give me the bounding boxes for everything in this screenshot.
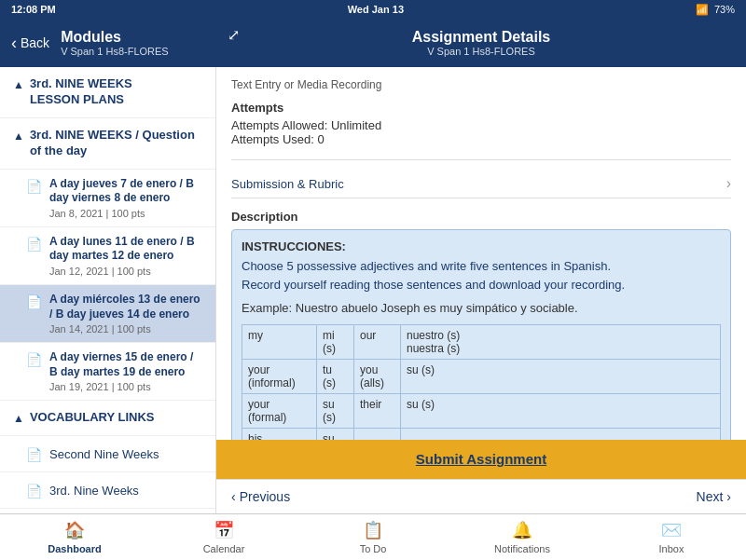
instructions-line1: Choose 5 possessive adjectives and write… xyxy=(242,257,721,294)
submit-bar[interactable]: Submit Assignment xyxy=(216,440,746,479)
item-meta3: Jan 14, 2021 | 100 pts xyxy=(49,323,202,335)
back-arrow-icon: ‹ xyxy=(11,34,17,53)
table-cell: su(s) xyxy=(317,429,354,441)
tab-bar: 🏠 Dashboard 📅 Calendar 📋 To Do 🔔 Notific… xyxy=(0,513,746,560)
table-cell: your(informal) xyxy=(242,360,317,394)
triangle-icon: ▲ xyxy=(13,78,24,91)
tab-notifications[interactable]: 🔔 Notifications xyxy=(448,514,597,560)
example-text: Example: Nuestro abuelo Joseph es muy si… xyxy=(242,301,721,315)
sidebar: ▲ 3rd. NINE WEEKSLESSON PLANS ▲ 3rd. NIN… xyxy=(0,67,216,513)
item-content2: A day lunes 11 de enero / B day martes 1… xyxy=(49,235,202,277)
description-box: INSTRUCCIONES: Choose 5 possessive adjec… xyxy=(231,229,731,440)
item-title3: A day miércoles 13 de enero / B day juev… xyxy=(49,293,202,321)
table-cell: nuestro (s)nuestra (s) xyxy=(401,325,721,360)
sidebar-header-text: Modules V Span 1 Hs8-FLORES xyxy=(61,29,169,57)
main-header-subtitle: V Span 1 Hs8-FLORES xyxy=(427,46,535,57)
sidebar-subtitle: V Span 1 Hs8-FLORES xyxy=(61,46,169,57)
attempts-used: Attempts Used: 0 xyxy=(231,132,731,146)
description-box-wrapper: INSTRUCCIONES: Choose 5 possessive adjec… xyxy=(231,229,731,440)
main-content: Text Entry or Media Recording Attempts A… xyxy=(216,67,746,513)
section-lesson-plans[interactable]: ▲ 3rd. NINE WEEKSLESSON PLANS xyxy=(0,67,215,118)
divider1 xyxy=(231,159,731,160)
doc-icon: 📄 xyxy=(26,179,42,194)
tab-calendar[interactable]: 📅 Calendar xyxy=(149,514,298,560)
tab-todo-label: To Do xyxy=(360,543,387,554)
vocab-label-1: Second Nine Weeks xyxy=(49,447,159,461)
submit-button[interactable]: Submit Assignment xyxy=(416,451,546,467)
table-row: your(informal) tu(s) you(alls) su (s) xyxy=(242,360,721,394)
doc-icon3: 📄 xyxy=(26,294,42,309)
tab-dashboard-label: Dashboard xyxy=(48,543,101,554)
item-meta2: Jan 12, 2021 | 100 pts xyxy=(49,266,202,277)
table-cell: su (s) xyxy=(401,360,721,394)
list-item[interactable]: 📄 A day viernes 15 de enero / B day mart… xyxy=(0,343,215,401)
dashboard-icon: 🏠 xyxy=(64,520,85,540)
table-cell: you(alls) xyxy=(354,360,401,394)
triangle-icon3: ▲ xyxy=(13,412,24,425)
status-icons: 📶 73% xyxy=(696,4,735,16)
table-row: my mi(s) our nuestro (s)nuestra (s) xyxy=(242,325,721,360)
table-row: your(formal) su(s) their su (s) xyxy=(242,394,721,429)
doc-icon5: 📄 xyxy=(26,447,42,462)
chevron-right-icon: › xyxy=(726,175,731,192)
section-vocab-title: VOCABULARY LINKS xyxy=(30,410,155,426)
vocab-label-2: 3rd. Nine Weeks xyxy=(49,484,139,498)
nav-footer: ‹ Previous Next › xyxy=(216,479,746,513)
section-vocab[interactable]: ▲ VOCABULARY LINKS xyxy=(0,401,215,436)
next-button[interactable]: Next › xyxy=(697,489,731,504)
table-row: his su(s) xyxy=(242,429,721,441)
next-arrow-icon: › xyxy=(726,489,731,504)
main-header-title: Assignment Details xyxy=(412,29,550,46)
table-cell: mi(s) xyxy=(317,325,354,360)
status-day: Wed Jan 13 xyxy=(348,4,404,15)
possessive-table: my mi(s) our nuestro (s)nuestra (s) your… xyxy=(242,324,721,440)
notifications-icon: 🔔 xyxy=(512,520,532,540)
table-cell xyxy=(354,429,401,441)
submission-rubric-row[interactable]: Submission & Rubric › xyxy=(231,170,731,198)
table-cell: our xyxy=(354,325,401,360)
table-cell: su (s) xyxy=(401,394,721,429)
inbox-icon: ✉️ xyxy=(661,520,682,540)
item-content4: A day viernes 15 de enero / B day martes… xyxy=(49,350,202,392)
doc-icon6: 📄 xyxy=(26,484,42,499)
main-header: ⤢ Assignment Details V Span 1 Hs8-FLORES xyxy=(216,19,746,67)
tab-todo[interactable]: 📋 To Do xyxy=(298,514,448,560)
back-button[interactable]: ‹ Back xyxy=(11,34,49,53)
tab-dashboard[interactable]: 🏠 Dashboard xyxy=(0,514,149,560)
vocab-item-second[interactable]: 📄 Second Nine Weeks xyxy=(0,436,215,472)
tab-calendar-label: Calendar xyxy=(203,543,245,554)
section-lesson-plans-title: 3rd. NINE WEEKSLESSON PLANS xyxy=(30,76,132,108)
table-cell: your(formal) xyxy=(242,394,317,429)
prev-label: Previous xyxy=(240,489,290,504)
tab-notifications-label: Notifications xyxy=(494,543,550,554)
prev-button[interactable]: ‹ Previous xyxy=(231,489,290,504)
vocab-item-third[interactable]: 📄 3rd. Nine Weeks xyxy=(0,472,215,509)
item-content3: A day miércoles 13 de enero / B day juev… xyxy=(49,293,202,335)
attempts-section: Attempts Attempts Allowed: Unlimited Att… xyxy=(231,101,731,146)
list-item[interactable]: 📄 A day lunes 11 de enero / B day martes… xyxy=(0,227,215,285)
list-item-active[interactable]: 📄 A day miércoles 13 de enero / B day ju… xyxy=(0,285,215,343)
list-item[interactable]: 📄 A day jueves 7 de enero / B day vierne… xyxy=(0,170,215,227)
item-content: A day jueves 7 de enero / B day viernes … xyxy=(49,177,202,219)
text-entry-label: Text Entry or Media Recording xyxy=(231,78,731,91)
todo-icon: 📋 xyxy=(363,520,383,540)
status-time: 12:08 PM xyxy=(11,4,56,15)
table-cell xyxy=(401,429,721,441)
table-cell: their xyxy=(354,394,401,429)
expand-icon[interactable]: ⤢ xyxy=(228,26,240,44)
instructions-body-1: Choose 5 possessive adjectives and write… xyxy=(242,259,611,273)
assignment-body: Text Entry or Media Recording Attempts A… xyxy=(216,67,746,440)
table-cell: tu(s) xyxy=(317,360,354,394)
calendar-icon: 📅 xyxy=(214,520,234,540)
battery-icon: 73% xyxy=(714,4,735,15)
item-meta4: Jan 19, 2021 | 100 pts xyxy=(49,381,202,392)
back-label: Back xyxy=(21,35,49,50)
triangle-icon2: ▲ xyxy=(13,130,24,143)
tab-inbox[interactable]: ✉️ Inbox xyxy=(597,514,746,560)
table-cell: his xyxy=(242,429,317,441)
tab-inbox-label: Inbox xyxy=(659,543,684,554)
sidebar-header: ‹ Back Modules V Span 1 Hs8-FLORES xyxy=(0,19,216,67)
wifi-icon: 📶 xyxy=(696,4,709,16)
table-cell: su(s) xyxy=(317,394,354,429)
section-question-day[interactable]: ▲ 3rd. NINE WEEKS / Question of the day xyxy=(0,118,215,170)
